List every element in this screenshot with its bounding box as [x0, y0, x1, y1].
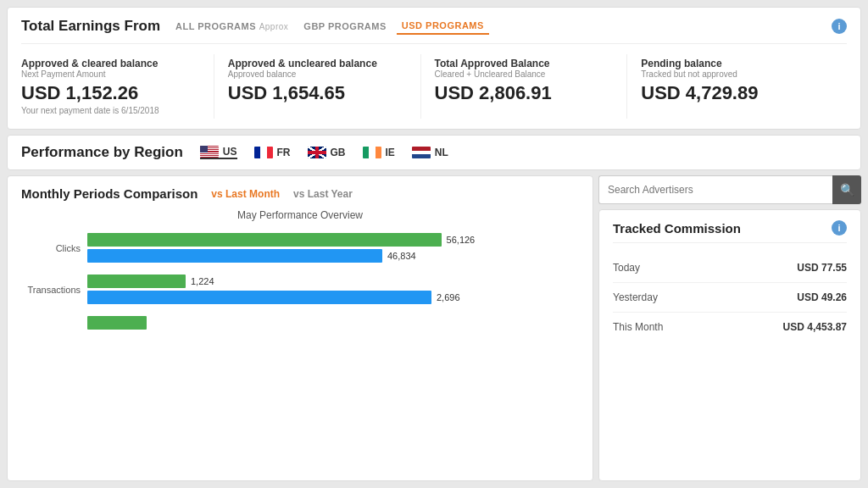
earnings-metrics: Approved & cleared balance Next Payment …: [21, 54, 847, 119]
flag-ie: [363, 147, 381, 158]
region-card: Performance by Region US FR GB IE NL: [7, 135, 861, 170]
tracked-header: Tracked Commission i: [613, 220, 847, 243]
bars-clicks: 56,126 46,834: [87, 233, 579, 263]
page-wrapper: Total Earnings From ALL PROGRAMS Approx …: [0, 0, 868, 488]
tracked-period-yesterday: Yesterday: [613, 291, 658, 303]
region-tab-fr[interactable]: FR: [254, 147, 291, 158]
search-advertisers-input[interactable]: [598, 175, 832, 204]
tracked-period-this-month: This Month: [613, 321, 663, 333]
search-bar: 🔍: [598, 175, 861, 204]
tracked-row-today: Today USD 77.55: [613, 253, 847, 283]
bar-value-transactions-green: 1,224: [191, 276, 214, 286]
tracked-amount-this-month: USD 4,453.87: [783, 321, 847, 333]
region-tab-ie[interactable]: IE: [363, 147, 395, 158]
region-tab-us[interactable]: US: [200, 146, 237, 159]
search-button[interactable]: 🔍: [832, 175, 861, 204]
info-icon[interactable]: i: [832, 19, 847, 34]
earnings-header: Total Earnings From ALL PROGRAMS Approx …: [21, 18, 847, 44]
chart-filter-active[interactable]: vs Last Month: [211, 188, 280, 200]
search-icon: 🔍: [840, 183, 854, 197]
bar-group-transactions: Transactions 1,224 2,696: [21, 274, 579, 304]
flag-nl: [412, 147, 431, 158]
region-tabs: US FR GB IE NL: [200, 146, 448, 159]
metric-uncleared: Approved & uncleared balance Approved ba…: [228, 54, 421, 119]
bar-group-extra: [21, 316, 579, 330]
tab-gbp-programs[interactable]: GBP PROGRAMS: [298, 19, 391, 34]
chart-area: Clicks 56,126 46,834 Transacti: [21, 233, 579, 330]
bars-transactions: 1,224 2,696: [87, 274, 579, 304]
tab-all-programs[interactable]: ALL PROGRAMS Approx: [170, 19, 293, 34]
bar-value-clicks-green: 56,126: [447, 235, 476, 245]
bar-transactions-green: [87, 274, 186, 288]
tracked-amount-yesterday: USD 49.26: [797, 291, 847, 303]
bar-row-clicks-blue: 46,834: [87, 249, 579, 263]
bar-value-clicks-blue: 46,834: [387, 251, 416, 261]
region-tab-gb[interactable]: GB: [308, 147, 346, 158]
chart-title: Monthly Periods Comparison: [21, 186, 198, 201]
bar-clicks-green: [87, 233, 442, 247]
tracked-period-today: Today: [613, 262, 640, 274]
tracked-commission-card: Tracked Commission i Today USD 77.55 Yes…: [598, 209, 861, 481]
earnings-card: Total Earnings From ALL PROGRAMS Approx …: [7, 7, 861, 130]
bar-value-transactions-blue: 2,696: [437, 292, 460, 302]
bar-label-transactions: Transactions: [21, 285, 81, 295]
bars-extra: [87, 316, 579, 330]
chart-header: Monthly Periods Comparison vs Last Month…: [21, 186, 579, 201]
bar-row-extra-green: [87, 316, 579, 330]
bar-group-clicks: Clicks 56,126 46,834: [21, 233, 579, 263]
bar-extra-green: [87, 316, 147, 330]
region-title: Performance by Region: [21, 144, 183, 161]
chart-filter-inactive[interactable]: vs Last Year: [293, 188, 353, 200]
bar-clicks-blue: [87, 249, 382, 263]
tracked-info-icon[interactable]: i: [832, 220, 847, 236]
tracked-amount-today: USD 77.55: [797, 262, 847, 274]
sidebar: 🔍 Tracked Commission i Today USD 77.55 Y…: [598, 175, 861, 481]
tracked-title: Tracked Commission: [613, 221, 741, 236]
metric-total-approved: Total Approved Balance Cleared + Unclear…: [435, 54, 628, 119]
flag-fr: [254, 147, 273, 158]
chart-subtitle: May Performance Overview: [21, 209, 579, 221]
flag-us: [200, 146, 219, 158]
earnings-title: Total Earnings From: [21, 18, 160, 35]
tab-group: ALL PROGRAMS Approx GBP PROGRAMS USD PRO…: [170, 18, 489, 35]
metric-cleared: Approved & cleared balance Next Payment …: [21, 54, 214, 119]
bar-row-transactions-green: 1,224: [87, 274, 579, 288]
metric-pending: Pending balance Tracked but not approved…: [641, 54, 833, 119]
bar-transactions-blue: [87, 291, 431, 304]
region-tab-nl[interactable]: NL: [412, 147, 448, 158]
tracked-row-yesterday: Yesterday USD 49.26: [613, 283, 847, 313]
bottom-row: Monthly Periods Comparison vs Last Month…: [7, 175, 861, 481]
bar-row-transactions-blue: 2,696: [87, 291, 579, 304]
bar-row-clicks-green: 56,126: [87, 233, 579, 247]
tracked-row-this-month: This Month USD 4,453.87: [613, 313, 847, 341]
tab-usd-programs[interactable]: USD PROGRAMS: [397, 18, 489, 35]
chart-card: Monthly Periods Comparison vs Last Month…: [7, 175, 593, 481]
bar-label-clicks: Clicks: [21, 243, 81, 253]
flag-gb: [308, 147, 326, 158]
